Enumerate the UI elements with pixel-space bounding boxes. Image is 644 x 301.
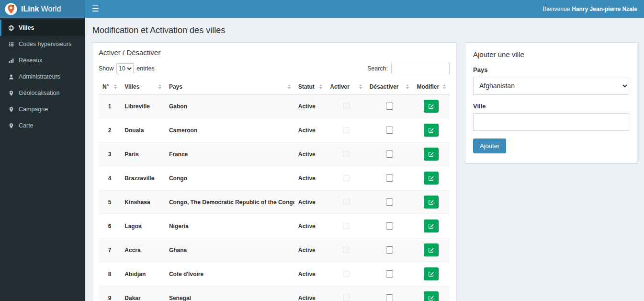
desactiver-checkbox[interactable]	[386, 103, 393, 110]
pays-select[interactable]: Afghanistan	[473, 77, 629, 95]
row-ville: Douala	[121, 118, 165, 142]
welcome-prefix: Bienvenue	[543, 6, 570, 12]
sidebar-item-geolocalisation[interactable]: Géolocalisation	[0, 85, 85, 101]
ajouter-button[interactable]: Ajouter	[473, 139, 506, 153]
table-row: 3ParisFranceActive	[99, 142, 450, 166]
table-row: 8AbidjanCote d'IvoireActive	[99, 262, 450, 286]
desactiver-checkbox[interactable]	[386, 127, 393, 134]
column-header-n[interactable]: N°	[99, 80, 121, 94]
desactiver-checkbox[interactable]	[386, 222, 393, 230]
brand[interactable]: iLink World	[0, 0, 85, 18]
table-panel-title: Activer / Désactiver	[99, 48, 450, 57]
column-header-label: Désactiver	[370, 83, 399, 90]
row-number: 3	[99, 142, 121, 166]
column-header-pays[interactable]: Pays	[165, 80, 294, 94]
hamburger-icon: ☰	[91, 4, 99, 14]
row-pays: Cameroon	[165, 118, 294, 142]
desactiver-checkbox[interactable]	[386, 294, 393, 301]
desactiver-checkbox[interactable]	[386, 270, 393, 278]
edit-icon	[428, 199, 434, 205]
villes-table-body: 1LibrevilleGabonActive2DoualaCameroonAct…	[99, 94, 450, 301]
desactiver-checkbox[interactable]	[386, 150, 393, 158]
row-pays: Cote d'Ivoire	[165, 262, 294, 286]
sidebar-item-campagne[interactable]: Campagne	[0, 101, 85, 117]
edit-icon	[428, 151, 434, 157]
sidebar-item-villes[interactable]: Villes	[0, 20, 85, 36]
sidebar-item-label: Campagne	[19, 106, 48, 113]
row-ville: Dakar	[121, 286, 165, 301]
modifier-button[interactable]	[424, 220, 439, 232]
sort-icon	[112, 84, 117, 89]
column-header-modifier[interactable]: Modifier	[413, 80, 450, 94]
table-row: 6LagosNigeriaActive	[99, 214, 450, 238]
sort-icon	[441, 84, 446, 89]
sidebar-item-reseaux[interactable]: Réseaux	[0, 52, 85, 69]
row-number: 4	[99, 166, 121, 190]
ville-input[interactable]	[473, 113, 629, 131]
row-statut: Active	[294, 142, 326, 166]
sidebar-item-label: Carte	[19, 122, 34, 129]
row-pays: Congo	[165, 166, 294, 190]
activer-checkbox[interactable]	[343, 271, 350, 278]
top-navbar: iLink World ☰ Bienvenue Hanry Jean-pierr…	[0, 0, 644, 18]
activer-checkbox[interactable]	[343, 223, 350, 230]
modifier-button[interactable]	[424, 243, 439, 256]
row-statut: Active	[294, 238, 326, 262]
edit-icon	[428, 247, 434, 253]
row-pays: Ghana	[165, 238, 294, 262]
activer-checkbox[interactable]	[343, 103, 350, 110]
column-header-desactiver[interactable]: Désactiver	[366, 80, 413, 94]
sidebar-item-administrateurs[interactable]: Administrateurs	[0, 69, 85, 85]
row-ville: Libreville	[121, 94, 165, 118]
column-header-label: N°	[102, 83, 109, 90]
sidebar-item-label: Géolocalisation	[19, 90, 59, 96]
modifier-button[interactable]	[424, 267, 439, 280]
row-number: 2	[99, 118, 121, 142]
row-pays: France	[165, 142, 294, 166]
page-length-select[interactable]: 10	[116, 63, 134, 74]
entries-label: entries	[136, 65, 155, 72]
villes-table: N°VillesPaysStatutActiverDésactiverModif…	[99, 80, 450, 301]
sidebar-item-label: Villes	[19, 24, 34, 31]
sort-icon	[156, 84, 161, 89]
modifier-button[interactable]	[424, 196, 439, 208]
marker-icon	[8, 106, 14, 113]
row-number: 5	[99, 190, 121, 214]
column-header-label: Statut	[298, 83, 315, 90]
column-header-statut[interactable]: Statut	[294, 80, 326, 94]
sidebar-item-codes-hyperviseurs[interactable]: Codes hyperviseurs	[0, 36, 85, 52]
sort-icon	[357, 84, 362, 89]
sidebar-item-carte[interactable]: Carte	[0, 117, 85, 134]
main-content: Modification et Activation des villes Ac…	[85, 0, 644, 301]
marker-icon	[8, 90, 14, 96]
desactiver-checkbox[interactable]	[386, 246, 393, 254]
activer-checkbox[interactable]	[343, 151, 350, 158]
modifier-button[interactable]	[424, 291, 439, 301]
column-header-villes[interactable]: Villes	[121, 80, 165, 94]
modifier-button[interactable]	[424, 124, 439, 137]
table-row: 1LibrevilleGabonActive	[99, 94, 450, 118]
activer-checkbox[interactable]	[343, 199, 350, 206]
brand-title: iLink World	[21, 5, 61, 13]
modifier-button[interactable]	[424, 172, 439, 185]
row-ville: Brazzaville	[121, 166, 165, 190]
activer-checkbox[interactable]	[343, 175, 350, 182]
column-header-activer[interactable]: Activer	[326, 80, 366, 94]
activer-checkbox[interactable]	[343, 295, 350, 301]
column-header-label: Pays	[169, 83, 182, 90]
row-statut: Active	[294, 166, 326, 190]
edit-icon	[428, 223, 434, 229]
modifier-button[interactable]	[424, 148, 439, 161]
column-header-label: Villes	[124, 83, 139, 90]
desactiver-checkbox[interactable]	[386, 174, 393, 182]
table-header-row: N°VillesPaysStatutActiverDésactiverModif…	[99, 80, 450, 94]
search-input[interactable]	[391, 63, 450, 74]
activer-checkbox[interactable]	[343, 247, 350, 254]
row-pays: Senegal	[165, 286, 294, 301]
row-ville: Paris	[121, 142, 165, 166]
activer-checkbox[interactable]	[343, 127, 350, 134]
sidebar-item-label: Réseaux	[19, 57, 42, 64]
modifier-button[interactable]	[424, 100, 439, 113]
desactiver-checkbox[interactable]	[386, 198, 393, 206]
sidebar-toggle-button[interactable]: ☰	[85, 0, 105, 18]
